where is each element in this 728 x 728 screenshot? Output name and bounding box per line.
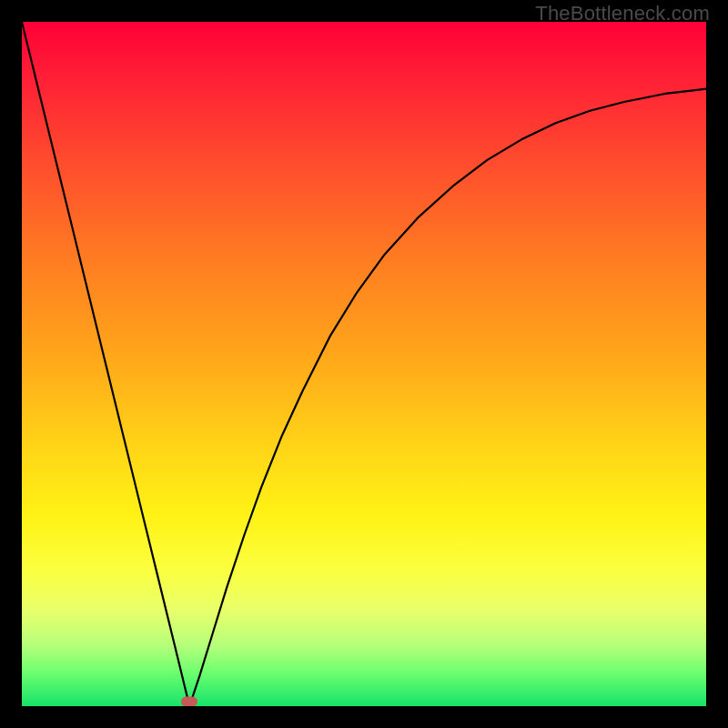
curve-svg	[22, 22, 706, 706]
chart-container: TheBottleneck.com	[0, 0, 728, 728]
watermark-text: TheBottleneck.com	[535, 2, 710, 25]
minimum-marker	[181, 697, 197, 707]
plot-area	[22, 22, 706, 706]
bottleneck-curve	[22, 22, 706, 706]
